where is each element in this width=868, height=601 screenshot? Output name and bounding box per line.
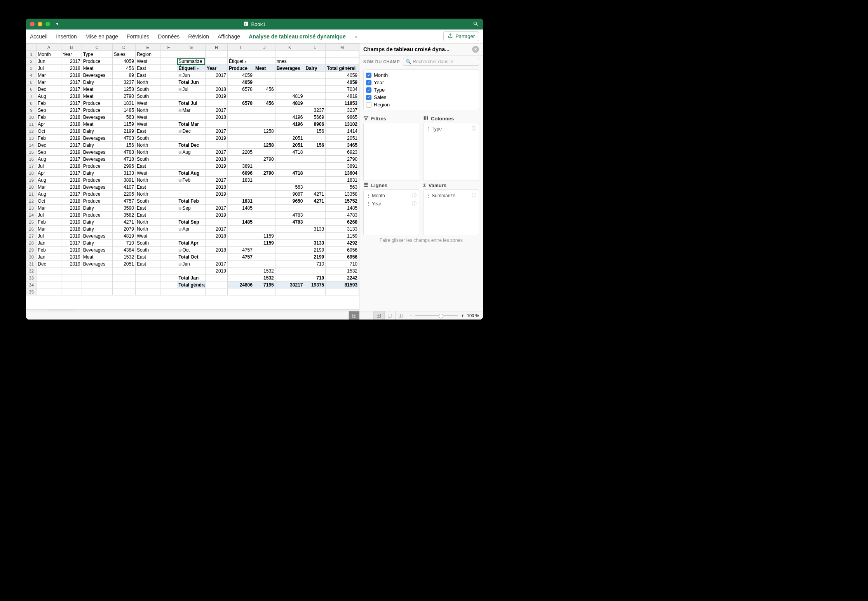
cell[interactable]: Total général — [326, 65, 359, 72]
cell[interactable]: ⊟Feb — [177, 177, 205, 184]
share-button[interactable]: Partager — [443, 31, 479, 41]
cell[interactable]: 4757 — [227, 254, 254, 261]
column-header[interactable]: H — [205, 44, 227, 51]
checkbox-icon[interactable]: ✓ — [366, 87, 371, 93]
cell[interactable]: 3133 — [326, 226, 359, 233]
cell[interactable]: 2790 — [326, 156, 359, 163]
cell[interactable]: 2019 — [205, 93, 227, 100]
row-header[interactable]: 32 — [26, 267, 37, 274]
cell[interactable]: 2051 — [275, 142, 304, 149]
row-header[interactable]: 24 — [26, 212, 37, 219]
row-header[interactable]: 21 — [26, 191, 37, 198]
quick-access-chevron-icon[interactable]: ▼ — [56, 22, 59, 26]
cell[interactable]: 2017 — [205, 177, 227, 184]
cell[interactable]: 1532 — [326, 267, 359, 274]
column-header[interactable]: E — [135, 44, 160, 51]
cell[interactable]: 4271 — [304, 191, 326, 198]
field-item-year[interactable]: ✓Year — [366, 79, 476, 86]
cell[interactable]: 2018 — [205, 156, 227, 163]
cell[interactable]: Total Apr — [177, 240, 205, 247]
view-page-break-button[interactable] — [395, 311, 406, 320]
column-header[interactable]: M — [326, 44, 359, 51]
panel-close-button[interactable]: ✕ — [472, 46, 479, 53]
cell[interactable]: 2017 — [205, 128, 227, 135]
cell[interactable]: 4819 — [275, 93, 304, 100]
column-header[interactable] — [26, 44, 37, 51]
grid-view-normal-button[interactable] — [349, 311, 359, 320]
cell[interactable]: 2019 — [205, 163, 227, 170]
cell[interactable]: 13604 — [326, 170, 359, 177]
zoom-slider[interactable] — [415, 315, 458, 316]
cell[interactable]: 1532 — [254, 267, 275, 274]
cell[interactable]: 4718 — [275, 170, 304, 177]
info-icon[interactable]: ⓘ — [412, 200, 417, 207]
row-header[interactable]: 17 — [26, 163, 37, 170]
area-item-type[interactable]: ⋮ Typeⓘ — [426, 125, 476, 133]
row-header[interactable]: 29 — [26, 247, 37, 254]
cell[interactable]: 1485 — [227, 219, 254, 226]
cell[interactable]: 8906 — [304, 121, 326, 128]
cell[interactable]: 2051 — [275, 135, 304, 142]
minimize-window-button[interactable] — [38, 22, 42, 26]
cell[interactable]: 2017 — [205, 261, 227, 267]
collapse-icon[interactable]: ⊟ — [178, 108, 181, 113]
field-item-type[interactable]: ✓Type — [366, 86, 476, 94]
cell[interactable]: 9865 — [326, 114, 359, 121]
cell[interactable]: 710 — [326, 261, 359, 267]
cell[interactable]: 2199 — [304, 254, 326, 261]
row-header[interactable]: 23 — [26, 205, 37, 212]
row-header[interactable]: 4 — [26, 72, 37, 79]
cell[interactable]: 4757 — [227, 247, 254, 254]
cell[interactable]: ⊟Apr — [177, 226, 205, 233]
cell[interactable]: 3465 — [326, 142, 359, 149]
cell[interactable]: 7195 — [254, 281, 275, 288]
filters-drop-area[interactable] — [363, 123, 419, 181]
cell[interactable]: 30217 — [275, 281, 304, 288]
field-search-input[interactable]: 🔍 Rechercher dans le — [403, 58, 479, 66]
cell[interactable]: 156 — [304, 128, 326, 135]
row-header[interactable]: 15 — [26, 149, 37, 156]
column-header[interactable]: C — [82, 44, 112, 51]
cell[interactable]: 1414 — [326, 128, 359, 135]
tab-mise-en-page[interactable]: Mise en page — [85, 33, 118, 40]
cell[interactable]: 2199 — [304, 247, 326, 254]
cell[interactable]: 9087 — [275, 191, 304, 198]
row-header[interactable]: 7 — [26, 93, 37, 100]
cell[interactable]: 2018 — [205, 247, 227, 254]
cell[interactable]: nnes — [275, 58, 304, 65]
dropdown-icon[interactable]: ▾ — [245, 60, 247, 64]
cell[interactable]: 4059 — [326, 79, 359, 86]
cell[interactable]: Total Jul — [177, 100, 205, 107]
row-header[interactable]: 10 — [26, 114, 37, 121]
tab-formules[interactable]: Formules — [127, 33, 149, 40]
tab-donnees[interactable]: Données — [158, 33, 180, 40]
row-header[interactable]: 33 — [26, 274, 37, 281]
collapse-icon[interactable]: ⊟ — [178, 87, 181, 92]
cell[interactable]: 1258 — [254, 142, 275, 149]
fullscreen-window-button[interactable] — [45, 22, 50, 26]
cell[interactable]: 1532 — [254, 274, 275, 281]
cell[interactable]: 563 — [275, 184, 304, 191]
zoom-out-button[interactable]: − — [410, 313, 412, 318]
cell[interactable]: 4196 — [275, 121, 304, 128]
cell[interactable]: 2018 — [205, 184, 227, 191]
cell[interactable]: ⊟Sep — [177, 205, 205, 212]
cell[interactable]: 6578 — [227, 100, 254, 107]
cell[interactable]: 456 — [254, 100, 275, 107]
cell[interactable]: Total Dec — [177, 142, 205, 149]
checkbox-icon[interactable] — [366, 102, 371, 108]
row-header[interactable]: 34 — [26, 281, 37, 288]
row-header[interactable]: 20 — [26, 184, 37, 191]
column-header[interactable]: J — [254, 44, 275, 51]
cell[interactable]: 4819 — [326, 93, 359, 100]
cell[interactable]: 3237 — [326, 107, 359, 114]
cell[interactable]: Étiqueti ▾ — [177, 65, 205, 72]
cell[interactable]: 1485 — [227, 205, 254, 212]
view-normal-button[interactable] — [373, 311, 384, 320]
search-icon[interactable] — [473, 21, 478, 28]
field-item-month[interactable]: ✓Month — [366, 71, 476, 79]
cell[interactable]: 456 — [254, 86, 275, 93]
cell[interactable]: Meat — [254, 65, 275, 72]
row-header[interactable]: 5 — [26, 79, 37, 86]
row-header[interactable]: 1 — [26, 51, 37, 58]
